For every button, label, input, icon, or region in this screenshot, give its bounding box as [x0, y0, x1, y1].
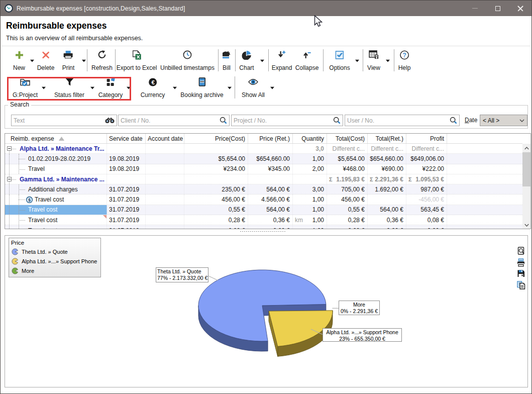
table-row[interactable]: Travel cost31.07.20190,00 €0,00 €1,000,0… [5, 225, 522, 229]
column-header[interactable]: Profit [406, 134, 447, 143]
refresh-button[interactable]: Refresh [89, 49, 115, 72]
table-cell[interactable]: 0,55 € [327, 205, 368, 215]
table-cell[interactable]: 0,36 € [368, 215, 406, 225]
table-cell[interactable]: 0,00 € [327, 225, 368, 229]
table-cell[interactable] [146, 144, 184, 153]
table-cell[interactable]: 0,28 € [184, 215, 248, 225]
table-cell[interactable] [146, 225, 184, 229]
title-bar[interactable]: Reimbursable expenses [construction,Desi… [1, 1, 531, 16]
table-cell[interactable]: $Travel cost [5, 194, 107, 204]
table-cell[interactable] [107, 174, 146, 184]
table-cell[interactable] [146, 164, 184, 174]
table-cell[interactable] [146, 215, 184, 225]
table-cell[interactable] [146, 174, 184, 184]
table-cell[interactable]: 0,55 € [184, 205, 248, 215]
table-cell[interactable]: 0,00 € [184, 225, 248, 229]
unbilled-timestamps-button[interactable]: Unbilled timestamps [158, 49, 217, 72]
column-header[interactable]: Account date [146, 134, 184, 143]
table-cell[interactable]: 0,28 € [327, 215, 368, 225]
table-cell[interactable]: Different c... [368, 144, 406, 153]
help-button[interactable]: ?Help [396, 49, 413, 72]
project-search-field[interactable] [231, 115, 343, 126]
table-cell[interactable]: 1,00 [293, 194, 327, 204]
show-all-dropdown[interactable] [269, 85, 276, 91]
table-cell[interactable]: ¥468.00 [327, 164, 368, 174]
splitter-handle[interactable] [240, 231, 286, 232]
table-cell[interactable] [107, 144, 146, 153]
table-row[interactable]: Alpha Ltd. » Maintenance Tr...3,0Differe… [5, 144, 522, 154]
table-cell[interactable]: Different c... [406, 144, 447, 153]
table-cell[interactable]: 3,00 [293, 184, 327, 194]
table-cell[interactable]: 0,00 € [368, 225, 406, 229]
chart-button[interactable]: Chart [237, 49, 256, 72]
table-row[interactable]: Additional charges31.07.2019235,00 €564,… [5, 184, 522, 194]
table-cell[interactable]: 235,00 € [184, 184, 248, 194]
table-cell[interactable]: 31.07.2019 [107, 205, 146, 215]
close-button[interactable] [509, 1, 531, 16]
table-cell[interactable]: 0,00 € [406, 225, 447, 229]
table-cell[interactable] [146, 154, 184, 163]
vertical-scrollbar[interactable] [522, 144, 530, 229]
table-cell[interactable]: Travel cost [5, 205, 107, 215]
table-cell[interactable]: Travel cost [5, 215, 107, 225]
table-cell[interactable] [368, 194, 406, 204]
table-cell[interactable] [146, 184, 184, 194]
table-cell[interactable]: 564,00 € [368, 205, 406, 215]
table-cell[interactable]: 19.08.2019 [107, 154, 146, 163]
table-cell[interactable]: Travel [5, 164, 107, 174]
table-cell[interactable]: Additional charges [5, 184, 107, 194]
print-button[interactable]: Print [60, 49, 77, 72]
table-cell[interactable]: $654,660.00 [368, 154, 406, 163]
table-cell[interactable]: 987,00 € [406, 184, 447, 194]
table-cell[interactable]: 0,36 € [248, 215, 293, 225]
table-cell[interactable]: Alpha Ltd. » Maintenance Tr... [5, 144, 107, 153]
tree-collapse-toggle[interactable] [7, 177, 12, 181]
column-header[interactable]: Quantity [293, 134, 327, 143]
date-filter-select[interactable]: < All > [480, 115, 527, 126]
scroll-down-button[interactable] [522, 221, 530, 229]
user-search-input[interactable] [345, 117, 450, 124]
table-cell[interactable]: ¥345.00 [248, 164, 293, 174]
table-cell[interactable]: 19.08.2019 [107, 164, 146, 174]
client-search-input[interactable] [119, 117, 220, 124]
copy-icon[interactable] [516, 281, 526, 289]
table-cell[interactable] [248, 174, 293, 184]
table-cell[interactable]: 1,00 [293, 225, 327, 229]
table-cell[interactable]: Σ1.195,83 € [327, 174, 368, 184]
save-icon[interactable] [516, 269, 526, 278]
table-cell[interactable]: ¥222.00 [406, 164, 447, 174]
table-cell[interactable]: 0,08 € [406, 215, 447, 225]
table-cell[interactable]: 3,0 [293, 144, 327, 153]
table-cell[interactable]: 1.692,00 € [368, 184, 406, 194]
table-cell[interactable]: Travel cost [5, 225, 107, 229]
table-cell[interactable]: $654,660.00 [248, 154, 293, 163]
bill-button[interactable]: Bill [220, 49, 234, 72]
table-cell[interactable]: 0,00 € [248, 225, 293, 229]
scroll-up-button[interactable] [522, 144, 530, 152]
table-cell[interactable]: 31.07.2019 [107, 184, 146, 194]
table-cell[interactable]: 31.07.2019 [107, 194, 146, 204]
table-cell[interactable]: 01.02.2019-28.02.2019 [5, 154, 107, 163]
column-header[interactable]: Price(Cost) [184, 134, 248, 143]
table-row[interactable]: Travel cost31.07.20190,28 €0,36 €km1,000… [5, 215, 522, 225]
table-cell[interactable]: $5,654.00 [327, 154, 368, 163]
expand-button[interactable]: Expand [270, 49, 294, 72]
user-search-field[interactable] [345, 115, 460, 126]
collapse-button[interactable]: Collapse [293, 49, 321, 72]
table-cell[interactable]: 563,45 € [406, 205, 447, 215]
client-search-field[interactable] [118, 115, 230, 126]
table-cell[interactable]: ¥690.00 [368, 164, 406, 174]
booking-archive-button[interactable]: Booking archive [178, 76, 225, 99]
table-cell[interactable] [184, 144, 248, 153]
options-dropdown[interactable] [354, 58, 361, 64]
minimize-button[interactable] [464, 1, 486, 16]
export-to-excel-button[interactable]: Export to Excel [115, 49, 159, 72]
column-header[interactable]: Price (Ret.) [248, 134, 293, 143]
table-row[interactable]: $Travel cost31.07.2019456,00 €4.566,00 €… [5, 194, 522, 205]
table-cell[interactable]: 4.566,00 € [248, 194, 293, 204]
table-cell[interactable] [293, 174, 327, 184]
table-cell[interactable] [184, 174, 248, 184]
table-cell[interactable]: 1,00 [293, 154, 327, 163]
table-cell[interactable]: ¥234.00 [184, 164, 248, 174]
table-cell[interactable]: 31.07.2019 [107, 225, 146, 229]
